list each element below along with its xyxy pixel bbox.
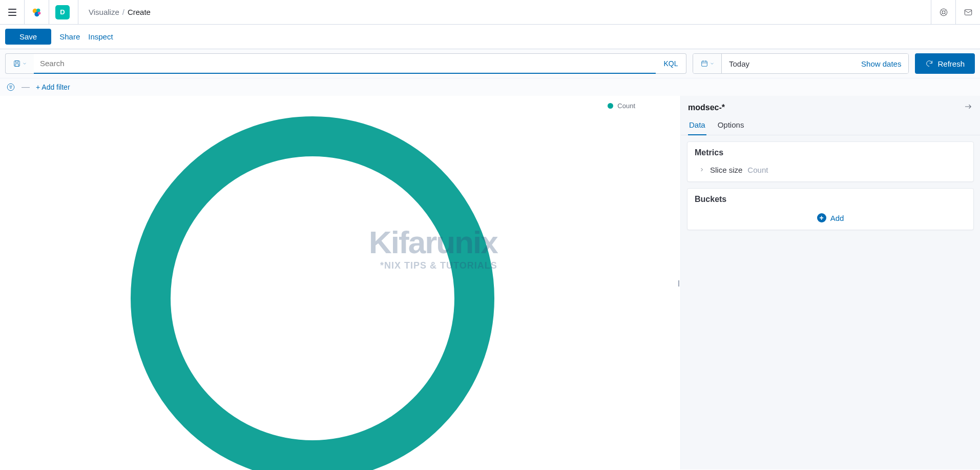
search-group: KQL <box>5 53 686 74</box>
chart-legend[interactable]: Count <box>608 102 635 110</box>
save-button[interactable]: Save <box>5 29 51 45</box>
space-badge: D <box>55 5 70 19</box>
chevron-down-icon <box>22 61 27 66</box>
breadcrumb-current: Create <box>128 8 151 16</box>
sidebar-resize-handle[interactable]: || <box>678 279 679 287</box>
elastic-logo[interactable] <box>25 0 49 25</box>
header-right <box>931 0 980 25</box>
collapse-sidebar-button[interactable] <box>964 102 973 113</box>
legend-label: Count <box>617 102 635 110</box>
mail-button[interactable] <box>955 0 980 25</box>
plus-circle-icon: + <box>817 213 826 222</box>
tab-options[interactable]: Options <box>717 115 745 135</box>
time-picker-quick-button[interactable] <box>693 54 722 73</box>
breadcrumb-separator: / <box>122 8 124 16</box>
metrics-title: Metrics <box>687 142 973 161</box>
show-dates-link[interactable]: Show dates <box>854 54 908 73</box>
editor-sidebar: || modsec-* Data Options Metrics Slice s… <box>680 96 980 469</box>
search-input[interactable] <box>34 53 656 74</box>
chevron-right-icon <box>699 166 705 174</box>
filter-dash: — <box>22 83 30 92</box>
metric-label: Slice size <box>710 166 742 174</box>
mail-icon <box>964 8 973 17</box>
svg-rect-8 <box>15 61 18 63</box>
inspect-link[interactable]: Inspect <box>88 32 113 41</box>
svg-rect-9 <box>15 64 18 67</box>
legend-color-swatch <box>608 103 613 109</box>
collapse-right-icon <box>964 102 973 111</box>
metric-slice-size[interactable]: Slice size Count <box>687 161 973 181</box>
filter-settings-icon[interactable] <box>6 83 15 92</box>
index-pattern-title[interactable]: modsec-* <box>688 103 725 112</box>
visualization-canvas: Count Kifarunix *NIX TIPS & TUTORIALS <box>0 96 680 469</box>
tab-data[interactable]: Data <box>688 115 706 135</box>
elastic-logo-icon <box>31 7 43 18</box>
query-bar: KQL Today Show dates Refresh <box>0 49 980 78</box>
add-bucket-label: Add <box>830 214 844 222</box>
panels: Metrics Slice size Count Buckets + Add <box>681 135 980 236</box>
breadcrumb-parent[interactable]: Visualize <box>89 8 119 16</box>
hamburger-icon <box>8 9 16 16</box>
svg-rect-7 <box>14 61 19 67</box>
lifebuoy-icon <box>939 8 948 17</box>
svg-point-5 <box>942 11 945 14</box>
top-header: D Visualize / Create <box>0 0 980 25</box>
filter-row: — + Add filter <box>0 78 980 96</box>
main-area: Count Kifarunix *NIX TIPS & TUTORIALS ||… <box>0 96 980 469</box>
action-bar: Save Share Inspect <box>0 25 980 49</box>
calendar-icon <box>700 59 708 68</box>
svg-point-3 <box>37 12 40 15</box>
disk-icon <box>13 59 21 68</box>
buckets-title: Buckets <box>687 189 973 208</box>
sidebar-tabs: Data Options <box>681 115 980 135</box>
space-selector[interactable]: D <box>49 0 78 25</box>
svg-point-1 <box>36 8 40 12</box>
time-picker-label[interactable]: Today <box>722 54 854 73</box>
chevron-down-icon <box>710 61 715 66</box>
add-bucket-button[interactable]: + Add <box>687 208 973 230</box>
saved-queries-button[interactable] <box>5 53 34 74</box>
time-picker: Today Show dates <box>693 53 909 74</box>
nav-toggle[interactable] <box>0 0 25 25</box>
index-pattern-row: modsec-* <box>681 96 980 115</box>
buckets-panel: Buckets + Add <box>687 188 974 230</box>
query-language-switch[interactable]: KQL <box>656 53 686 74</box>
metrics-panel: Metrics Slice size Count <box>687 141 974 182</box>
donut-chart[interactable] <box>131 116 494 470</box>
metric-value: Count <box>747 166 768 174</box>
breadcrumbs: Visualize / Create <box>78 8 151 16</box>
svg-rect-10 <box>701 61 707 66</box>
share-link[interactable]: Share <box>59 32 80 41</box>
refresh-label: Refresh <box>937 59 965 68</box>
refresh-icon <box>925 59 933 68</box>
svg-rect-6 <box>965 9 972 15</box>
add-filter-link[interactable]: + Add filter <box>36 83 70 91</box>
newsfeed-button[interactable] <box>931 0 955 25</box>
refresh-button[interactable]: Refresh <box>915 53 975 74</box>
